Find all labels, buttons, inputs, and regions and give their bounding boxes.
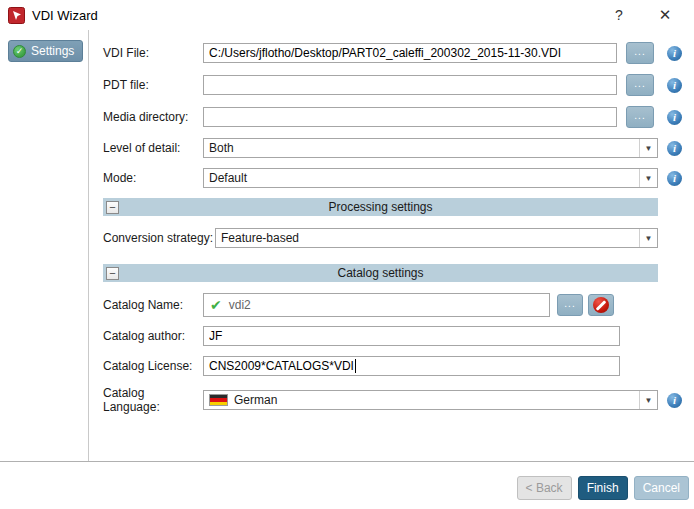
level-of-detail-label: Level of detail: <box>103 141 203 155</box>
processing-settings-title: Processing settings <box>103 200 658 214</box>
close-icon[interactable]: ✕ <box>650 2 680 28</box>
cancel-button[interactable]: Cancel <box>634 476 689 500</box>
catalog-license-label: Catalog License: <box>103 359 203 373</box>
pdt-file-browse-button[interactable]: ... <box>626 74 654 96</box>
catalog-name-row: Catalog Name: ✔ vdi2 ... <box>103 293 682 317</box>
catalog-name-label: Catalog Name: <box>103 298 203 312</box>
catalog-language-label: Catalog Language: <box>103 386 203 414</box>
pdt-file-input[interactable] <box>203 75 617 95</box>
pdt-file-info-icon[interactable]: i <box>667 78 682 93</box>
valid-check-icon: ✔ <box>210 297 222 313</box>
conversion-strategy-value: Feature-based <box>221 231 299 245</box>
sidebar: ✓ Settings <box>0 30 89 461</box>
pdt-file-label: PDT file: <box>103 78 203 92</box>
media-directory-label: Media directory: <box>103 110 203 124</box>
catalog-language-info-icon[interactable]: i <box>667 393 682 408</box>
media-directory-row: Media directory: ... i <box>103 106 682 128</box>
catalog-language-value: German <box>234 393 277 407</box>
vdi-file-label: VDI File: <box>103 46 203 60</box>
media-directory-browse-button[interactable]: ... <box>626 106 654 128</box>
mode-info-icon[interactable]: i <box>667 171 682 186</box>
app-icon <box>8 7 25 24</box>
chevron-down-icon: ▼ <box>639 391 657 409</box>
conversion-strategy-row: Conversion strategy: Feature-based ▼ <box>103 228 682 248</box>
german-flag-icon <box>209 394 228 406</box>
level-of-detail-select[interactable]: Both ▼ <box>203 138 658 158</box>
mode-label: Mode: <box>103 171 203 185</box>
vdi-file-row: VDI File: ... i <box>103 42 682 64</box>
chevron-down-icon: ▼ <box>639 139 657 157</box>
text-caret <box>355 359 356 373</box>
media-directory-info-icon[interactable]: i <box>667 110 682 125</box>
catalog-license-value: CNS2009*CATALOGS*VDI <box>209 359 354 373</box>
footer-button-bar: < Back Finish Cancel <box>0 461 694 509</box>
mode-select[interactable]: Default ▼ <box>203 168 658 188</box>
mode-row: Mode: Default ▼ i <box>103 168 682 188</box>
level-of-detail-value: Both <box>209 141 234 155</box>
chevron-down-icon: ▼ <box>639 169 657 187</box>
catalog-license-row: Catalog License: CNS2009*CATALOGS*VDI <box>103 356 682 376</box>
vdi-file-info-icon[interactable]: i <box>667 46 682 61</box>
catalog-language-row: Catalog Language: German ▼ i <box>103 386 682 414</box>
window-title: VDI Wizard <box>32 8 98 23</box>
settings-check-icon: ✓ <box>13 45 26 58</box>
sidebar-item-settings[interactable]: ✓ Settings <box>8 40 83 62</box>
catalog-language-select[interactable]: German ▼ <box>203 390 658 410</box>
catalog-author-label: Catalog author: <box>103 329 203 343</box>
level-of-detail-info-icon[interactable]: i <box>667 141 682 156</box>
vdi-file-input[interactable] <box>203 43 617 63</box>
vdi-file-browse-button[interactable]: ... <box>626 42 654 64</box>
catalog-author-input[interactable] <box>203 326 620 346</box>
finish-button[interactable]: Finish <box>578 476 628 500</box>
titlebar: VDI Wizard ? ✕ <box>0 0 694 30</box>
level-of-detail-row: Level of detail: Both ▼ i <box>103 138 682 158</box>
settings-form: VDI File: ... i PDT file: ... i Media di… <box>89 30 694 461</box>
chevron-down-icon: ▼ <box>639 229 657 247</box>
pdt-file-row: PDT file: ... i <box>103 74 682 96</box>
catalog-name-block-button[interactable] <box>588 294 614 316</box>
catalog-settings-title: Catalog settings <box>103 266 658 280</box>
catalog-license-input[interactable]: CNS2009*CATALOGS*VDI <box>203 356 620 376</box>
catalog-name-input[interactable]: ✔ vdi2 <box>203 293 550 317</box>
mode-value: Default <box>209 171 247 185</box>
catalog-name-browse-button[interactable]: ... <box>557 294 583 316</box>
catalog-author-row: Catalog author: <box>103 326 682 346</box>
conversion-strategy-select[interactable]: Feature-based ▼ <box>215 228 658 248</box>
catalog-settings-header: − Catalog settings <box>103 264 658 282</box>
vdi-wizard-dialog: VDI Wizard ? ✕ ✓ Settings VDI File: ... … <box>0 0 694 509</box>
settings-label: Settings <box>31 44 74 58</box>
media-directory-input[interactable] <box>203 107 617 127</box>
content-area: ✓ Settings VDI File: ... i PDT file: ...… <box>0 30 694 461</box>
block-icon <box>593 297 609 313</box>
back-button[interactable]: < Back <box>517 476 572 500</box>
processing-settings-header: − Processing settings <box>103 198 658 216</box>
help-icon[interactable]: ? <box>604 2 634 28</box>
catalog-name-value: vdi2 <box>229 298 251 312</box>
conversion-strategy-label: Conversion strategy: <box>103 231 215 245</box>
